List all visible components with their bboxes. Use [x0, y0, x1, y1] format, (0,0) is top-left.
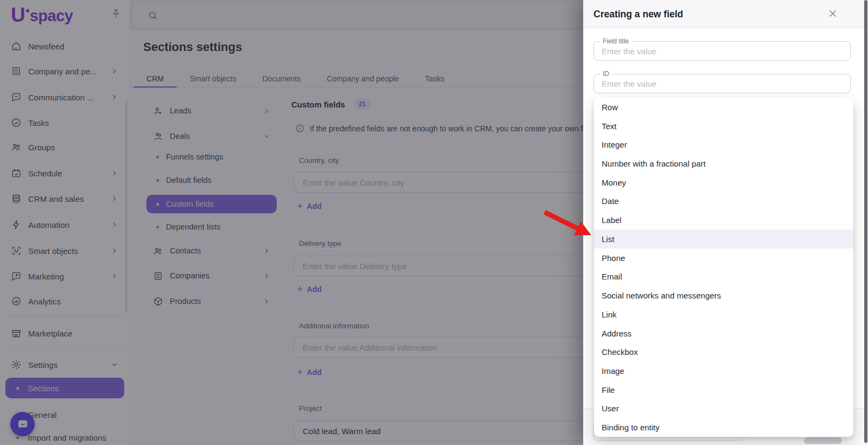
field-type-option[interactable]: Image	[594, 361, 853, 380]
field-type-option[interactable]: Date	[594, 192, 853, 211]
field-type-option[interactable]: Checkbox	[594, 342, 853, 361]
field-type-option[interactable]: Number with a fractional part	[594, 154, 853, 173]
field-type-option[interactable]: Row	[594, 98, 853, 117]
close-icon[interactable]	[827, 8, 839, 20]
drawer-title: Creating a new field	[593, 0, 683, 28]
field-type-option[interactable]: User	[594, 399, 853, 418]
field-type-option[interactable]: List	[594, 230, 853, 249]
field-type-option[interactable]: Address	[594, 324, 853, 343]
field-type-option[interactable]: Link	[594, 305, 853, 324]
field-id-group: ID	[593, 74, 851, 93]
field-type-option[interactable]: Email	[594, 267, 853, 286]
field-type-option[interactable]: Integer	[594, 135, 853, 154]
field-type-option[interactable]: Social networks and messengers	[594, 286, 853, 305]
field-title-input[interactable]	[594, 42, 850, 60]
drawer-header: Creating a new field	[583, 0, 868, 28]
field-type-option[interactable]: Money	[594, 173, 853, 192]
field-type-option[interactable]: File	[594, 380, 853, 399]
field-type-option[interactable]: Binding to entity	[594, 418, 853, 437]
field-type-option[interactable]: Phone	[594, 249, 853, 268]
field-type-option[interactable]: Text	[594, 117, 853, 136]
field-type-option[interactable]: Label	[594, 211, 853, 230]
field-id-input[interactable]	[594, 74, 850, 93]
footer-button-fragment	[804, 437, 842, 444]
red-arrow-annotation	[540, 207, 602, 243]
field-title-group: Field title	[593, 41, 851, 61]
field-type-dropdown: RowTextIntegerNumber with a fractional p…	[594, 98, 853, 437]
page-scrollbar[interactable]	[864, 0, 867, 443]
creating-field-drawer: Creating a new field Field title ID RowT…	[583, 0, 868, 445]
app-root: U spacy Newsfeed Company and pe... Commu…	[0, 0, 868, 445]
